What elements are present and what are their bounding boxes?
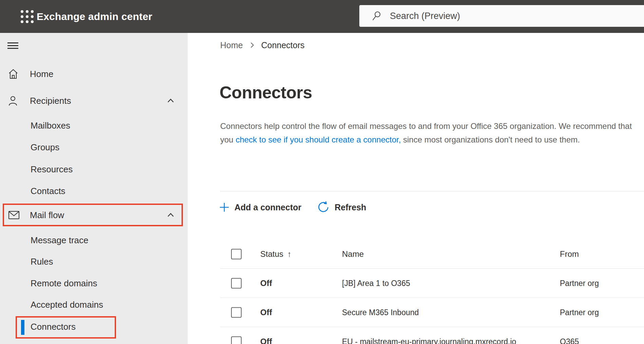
chevron-right-icon	[248, 41, 257, 50]
sidebar-item-label: Groups	[31, 142, 59, 153]
page-title: Connectors	[220, 83, 312, 102]
search-input[interactable]	[390, 11, 593, 21]
table-row[interactable]: Off Secure M365 Inbound Partner org	[220, 298, 644, 327]
sidebar-item-label: Rules	[31, 256, 53, 267]
sidebar-item-rules[interactable]: Rules	[0, 253, 188, 270]
cell-from: Partner org	[560, 308, 599, 317]
global-search[interactable]	[359, 5, 644, 27]
sidebar-item-label: Recipients	[30, 96, 71, 106]
table-header-row: Status↑ Name From	[220, 240, 644, 269]
column-header-status[interactable]: Status↑	[260, 249, 291, 259]
sidebar-item-message-trace[interactable]: Message trace	[0, 232, 188, 248]
sidebar-item-connectors[interactable]: Connectors	[0, 319, 188, 335]
sidebar-item-label: Contacts	[31, 186, 65, 196]
plus-icon	[219, 202, 230, 213]
sort-ascending-icon: ↑	[287, 249, 291, 259]
sidebar-item-mail-flow[interactable]: Mail flow	[0, 207, 188, 223]
sidebar-item-label: Connectors	[31, 322, 76, 332]
add-connector-button[interactable]: Add a connector	[219, 202, 301, 213]
top-app-bar: Exchange admin center	[0, 0, 644, 33]
sidebar-item-accepted-domains[interactable]: Accepted domains	[0, 297, 188, 313]
sidebar-item-remote-domains[interactable]: Remote domains	[0, 275, 188, 291]
description-text: since most organizations don't need to u…	[401, 135, 580, 144]
cell-from: Partner org	[560, 279, 599, 288]
sidebar-item-resources[interactable]: Resources	[0, 161, 188, 177]
app-title: Exchange admin center	[37, 0, 152, 33]
cell-name[interactable]: Secure M365 Inbound	[342, 308, 419, 317]
search-icon	[372, 11, 382, 21]
main-content: Home Connectors Connectors Connectors he…	[188, 33, 644, 344]
row-checkbox[interactable]	[231, 278, 242, 288]
row-checkbox[interactable]	[231, 307, 242, 318]
cell-status: Off	[260, 337, 272, 344]
sidebar-item-mailboxes[interactable]: Mailboxes	[0, 117, 188, 134]
chevron-up-icon[interactable]	[166, 210, 176, 220]
sidebar-item-recipients[interactable]: Recipients	[0, 93, 188, 109]
row-checkbox[interactable]	[231, 336, 242, 344]
cell-from: O365	[560, 337, 579, 344]
sidebar-nav: Home Recipients Mailboxes Groups Resourc…	[0, 33, 188, 344]
create-connector-check-link[interactable]: check to see if you should create a conn…	[235, 135, 401, 144]
home-icon	[8, 69, 18, 79]
cell-status: Off	[260, 279, 272, 288]
table-row[interactable]: Off [JB] Area 1 to O365 Partner org	[220, 269, 644, 298]
refresh-icon	[317, 201, 330, 214]
connectors-table: Status↑ Name From Off [JB] Area 1 to O36…	[220, 240, 644, 344]
page-description: Connectors help control the flow of emai…	[220, 119, 632, 147]
chevron-up-icon[interactable]	[166, 96, 176, 106]
sidebar-item-label: Home	[30, 69, 53, 79]
breadcrumb-current: Connectors	[261, 40, 305, 50]
column-header-name[interactable]: Name	[342, 249, 364, 259]
sidebar-item-label: Remote domains	[31, 278, 97, 289]
sidebar-item-home[interactable]: Home	[0, 66, 188, 82]
refresh-button[interactable]: Refresh	[317, 201, 366, 214]
sidebar-item-label: Mailboxes	[31, 120, 70, 131]
table-row[interactable]: Off EU - mailstream-eu-primary.journalin…	[220, 327, 644, 344]
command-bar: Add a connector Refresh	[219, 199, 366, 216]
column-header-from[interactable]: From	[560, 249, 579, 259]
person-icon	[8, 95, 18, 106]
breadcrumb: Home Connectors	[220, 40, 305, 50]
hamburger-menu-icon[interactable]	[7, 42, 18, 50]
sidebar-item-label: Mail flow	[30, 210, 64, 221]
sidebar-item-label: Message trace	[31, 235, 89, 246]
cell-name[interactable]: EU - mailstream-eu-primary.journaling.mx…	[342, 337, 516, 344]
sidebar-item-label: Resources	[31, 164, 73, 175]
select-all-checkbox[interactable]	[231, 249, 242, 260]
sidebar-item-label: Accepted domains	[31, 300, 103, 310]
sidebar-item-contacts[interactable]: Contacts	[0, 183, 188, 199]
cell-name[interactable]: [JB] Area 1 to O365	[342, 279, 410, 288]
app-launcher-waffle-icon[interactable]	[20, 9, 35, 24]
envelope-icon	[8, 210, 20, 220]
breadcrumb-home-link[interactable]: Home	[220, 40, 243, 50]
cell-status: Off	[260, 308, 272, 317]
toolbar-divider	[220, 191, 644, 191]
sidebar-item-groups[interactable]: Groups	[0, 139, 188, 155]
